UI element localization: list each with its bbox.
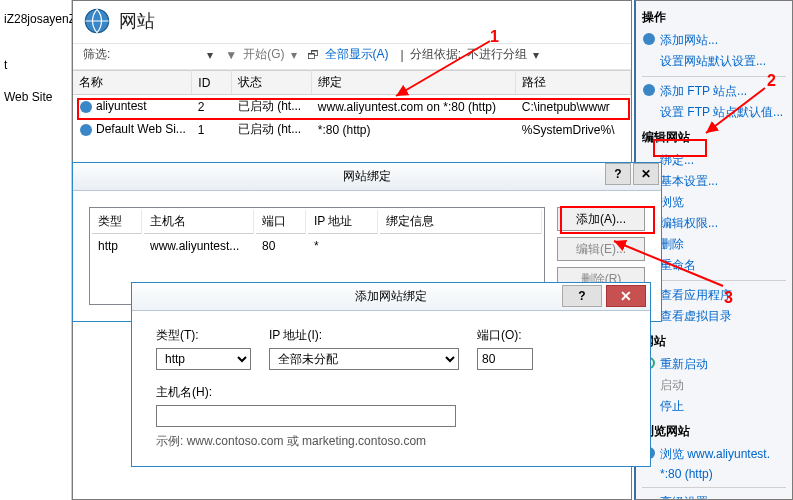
dropdown-caret-icon[interactable]: ▾ bbox=[207, 48, 213, 62]
site-name: Default Web Si... bbox=[96, 122, 186, 136]
bcol-ip[interactable]: IP 地址 bbox=[308, 210, 378, 234]
type-label: 类型(T): bbox=[156, 327, 251, 344]
toggle-showall-icon[interactable]: 🗗 bbox=[307, 48, 319, 62]
action-edit-perm[interactable]: 编辑权限... bbox=[642, 213, 786, 234]
dropdown-caret-icon[interactable]: ▾ bbox=[533, 48, 539, 62]
close-button[interactable]: ✕ bbox=[633, 163, 659, 185]
add-binding-button[interactable]: 添加(A)... bbox=[557, 207, 645, 231]
close-button[interactable]: ✕ bbox=[606, 285, 646, 307]
dialog2-titlebar[interactable]: 添加网站绑定 ? ✕ bbox=[132, 283, 650, 311]
bcol-host[interactable]: 主机名 bbox=[144, 210, 254, 234]
browse-site-section: 浏览网站 bbox=[642, 423, 786, 440]
action-stop[interactable]: 停止 bbox=[642, 396, 786, 417]
host-label: 主机名(H): bbox=[156, 384, 626, 401]
websites-icon bbox=[83, 7, 111, 35]
site-path: C:\inetpub\wwwr bbox=[516, 95, 631, 119]
dialog-add-binding: 添加网站绑定 ? ✕ 类型(T): http IP 地址(I): 全部未分配 端… bbox=[131, 282, 651, 467]
action-add-site[interactable]: 添加网站... bbox=[642, 30, 786, 51]
action-browse[interactable]: 浏览 bbox=[642, 192, 786, 213]
binding-row[interactable]: http www.aliyuntest... 80 * bbox=[92, 236, 542, 256]
filter-show-all[interactable]: 全部显示(A) bbox=[325, 46, 389, 63]
left-tree: iZ28josayenZ t Web Site bbox=[0, 0, 72, 500]
dialog2-title-text: 添加网站绑定 bbox=[355, 288, 427, 305]
site-id: 2 bbox=[192, 95, 232, 119]
filter-start[interactable]: 开始(G) bbox=[243, 46, 284, 63]
dialog1-titlebar[interactable]: 网站绑定 ? ✕ bbox=[73, 163, 661, 191]
actions-title: 操作 bbox=[642, 9, 786, 26]
tree-web-site[interactable]: Web Site bbox=[0, 88, 71, 106]
action-restart[interactable]: 重新启动 bbox=[642, 354, 786, 375]
col-path[interactable]: 路径 bbox=[516, 71, 631, 95]
filter-no-group[interactable]: 不进行分组 bbox=[467, 46, 527, 63]
col-binding[interactable]: 绑定 bbox=[312, 71, 516, 95]
svg-point-3 bbox=[643, 33, 655, 45]
table-row[interactable]: aliyuntest 2 已启动 (ht... www.aliyuntest.c… bbox=[73, 95, 631, 119]
bcol-info[interactable]: 绑定信息 bbox=[380, 210, 542, 234]
ip-label: IP 地址(I): bbox=[269, 327, 459, 344]
example-text: 示例: www.contoso.com 或 marketing.contoso.… bbox=[156, 433, 626, 450]
site-binding: www.aliyuntest.com on *:80 (http) bbox=[312, 95, 516, 119]
action-start: 启动 bbox=[642, 375, 786, 396]
help-button[interactable]: ? bbox=[562, 285, 602, 307]
tree-server[interactable]: iZ28josayenZ bbox=[0, 10, 71, 28]
type-select[interactable]: http bbox=[156, 348, 251, 370]
globe-plus-icon bbox=[642, 32, 656, 46]
tree-item[interactable]: t bbox=[0, 56, 71, 74]
bcol-type[interactable]: 类型 bbox=[92, 210, 142, 234]
action-advanced[interactable]: 高级设置... bbox=[642, 492, 786, 500]
action-browse-port[interactable]: *:80 (http) bbox=[642, 465, 786, 483]
site-name: aliyuntest bbox=[96, 99, 147, 113]
action-delete[interactable]: 删除 bbox=[642, 234, 786, 255]
site-binding: *:80 (http) bbox=[312, 118, 516, 141]
col-name[interactable]: 名称 bbox=[73, 71, 192, 95]
globe-icon bbox=[79, 123, 93, 137]
filter-label: 筛选: bbox=[83, 46, 110, 63]
page-title-row: 网站 bbox=[73, 1, 631, 43]
field-port: 端口(O): bbox=[477, 327, 533, 370]
action-set-default[interactable]: 设置网站默认设置... bbox=[642, 51, 786, 72]
filter-row: 筛选: ▾ ▼ 开始(G) ▾ 🗗 全部显示(A) | 分组依据: 不进行分组 … bbox=[73, 43, 631, 70]
port-label: 端口(O): bbox=[477, 327, 533, 344]
site-id: 1 bbox=[192, 118, 232, 141]
table-row[interactable]: Default Web Si... 1 已启动 (ht... *:80 (htt… bbox=[73, 118, 631, 141]
port-input[interactable] bbox=[477, 348, 533, 370]
col-id[interactable]: ID bbox=[192, 71, 232, 95]
bcol-port[interactable]: 端口 bbox=[256, 210, 306, 234]
action-view-app[interactable]: 查看应用程序 bbox=[642, 285, 786, 306]
field-ip: IP 地址(I): 全部未分配 bbox=[269, 327, 459, 370]
site-path: %SystemDrive%\ bbox=[516, 118, 631, 141]
sites-table: 名称 ID 状态 绑定 路径 aliyuntest 2 已启动 (ht... w… bbox=[73, 70, 631, 141]
svg-point-1 bbox=[80, 101, 92, 113]
action-add-ftp[interactable]: 添加 FTP 站点... bbox=[642, 81, 786, 102]
field-host: 主机名(H): bbox=[156, 384, 626, 427]
action-bind[interactable]: 绑定... bbox=[642, 150, 786, 171]
edit-binding-button: 编辑(E)... bbox=[557, 237, 645, 261]
help-button[interactable]: ? bbox=[605, 163, 631, 185]
globe-icon bbox=[642, 83, 656, 97]
filter-group-by: 分组依据: bbox=[410, 46, 461, 63]
action-basic-settings[interactable]: 基本设置... bbox=[642, 171, 786, 192]
page-title: 网站 bbox=[119, 9, 155, 33]
field-type: 类型(T): http bbox=[156, 327, 251, 370]
svg-point-2 bbox=[80, 124, 92, 136]
action-rename[interactable]: 重命名 bbox=[642, 255, 786, 276]
host-input[interactable] bbox=[156, 405, 456, 427]
ip-select[interactable]: 全部未分配 bbox=[269, 348, 459, 370]
action-view-vdir[interactable]: 查看虚拟目录 bbox=[642, 306, 786, 327]
svg-point-4 bbox=[643, 84, 655, 96]
globe-icon bbox=[79, 100, 93, 114]
action-set-ftp-default[interactable]: 设置 FTP 站点默认值... bbox=[642, 102, 786, 123]
site-section: 网站 bbox=[642, 333, 786, 350]
edit-site-section: 编辑网站 bbox=[642, 129, 786, 146]
site-status: 已启动 (ht... bbox=[232, 95, 312, 119]
col-status[interactable]: 状态 bbox=[232, 71, 312, 95]
action-browse-link[interactable]: 浏览 www.aliyuntest. bbox=[642, 444, 786, 465]
site-status: 已启动 (ht... bbox=[232, 118, 312, 141]
dialog1-title-text: 网站绑定 bbox=[343, 168, 391, 185]
